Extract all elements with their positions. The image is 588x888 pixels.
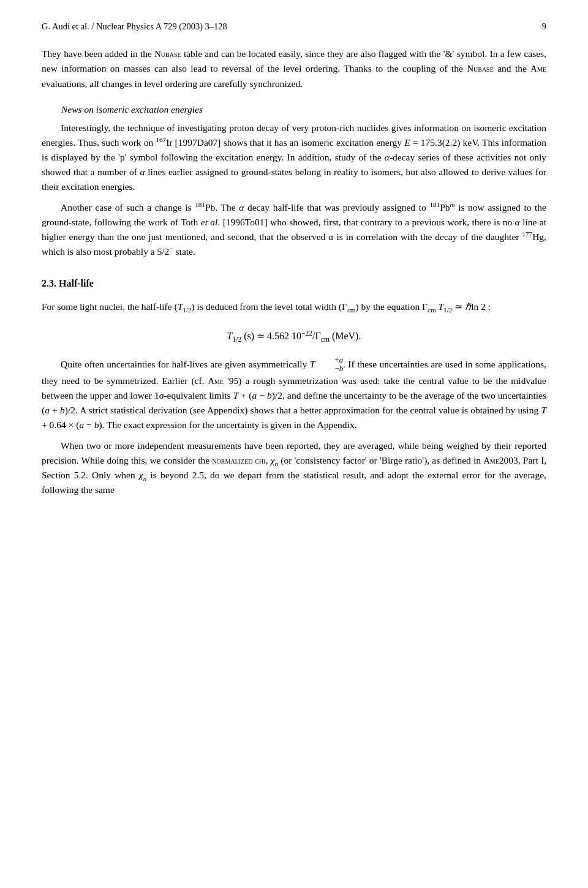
eq-exp: −22	[301, 329, 312, 337]
paragraph-3: Another case of such a change is 181Pb. …	[42, 200, 546, 259]
normalized-chi-label: normalized chi	[212, 456, 265, 465]
t-half-sub: 1/2	[183, 307, 191, 314]
nubase-ref-2: Nubase	[467, 64, 493, 73]
paragraph-halflife-1: For some light nuclei, the half-life (T1…	[42, 299, 546, 314]
section-italic-heading: News on isomeric excitation energies	[61, 102, 546, 117]
gamma-cm-sub: cm	[347, 307, 356, 314]
paragraph-1: They have been added in the Nubase table…	[42, 47, 546, 91]
pb181-sup: 181	[195, 200, 205, 208]
equation-block: T1/2 (s) ≃ 4.562 10−22/Γcm (MeV).	[42, 329, 546, 344]
chi-n-sub: n	[275, 460, 279, 467]
paragraph-2: Interestingly, the technique of investig…	[42, 121, 546, 194]
equation-lhs: T1/2 (s) ≃ 4.562 10−22/Γcm (MeV).	[227, 331, 361, 341]
section-number: 2.3. Half-life	[42, 278, 94, 288]
gamma-cm-sub2: cm	[428, 307, 436, 314]
journal-citation: G. Audi et al. / Nuclear Physics A 729 (…	[42, 20, 227, 33]
ame-ref: Ame	[530, 64, 546, 73]
chi-n-sub2: n	[143, 475, 147, 482]
nubase-ref: Nubase	[154, 49, 181, 59]
section-heading-halflife: 2.3. Half-life	[42, 276, 546, 292]
asym-notation: +a−b	[315, 356, 343, 374]
paragraph-measurements: When two or more independent measurement…	[42, 438, 546, 497]
page-number: 9	[542, 20, 546, 33]
page-header: G. Audi et al. / Nuclear Physics A 729 (…	[42, 20, 546, 33]
pb181m-sup: 181	[429, 200, 440, 208]
eq-gamma-sub: cm	[321, 336, 330, 344]
t-half-sub2: 1/2	[443, 307, 452, 314]
paragraph-asymmetric: Quite often uncertainties for half-lives…	[42, 356, 546, 432]
pb181m-m: m	[450, 200, 455, 208]
eq-t-sub: 1/2	[232, 336, 241, 344]
ame95-ref: Ame	[208, 376, 224, 386]
ame2003-ref: Ame	[483, 456, 499, 465]
hg177-sup: 177	[522, 230, 532, 237]
spin-minus: −	[169, 245, 173, 252]
page: G. Audi et al. / Nuclear Physics A 729 (…	[0, 0, 588, 888]
ir-isotope-sup: 167	[156, 135, 166, 143]
